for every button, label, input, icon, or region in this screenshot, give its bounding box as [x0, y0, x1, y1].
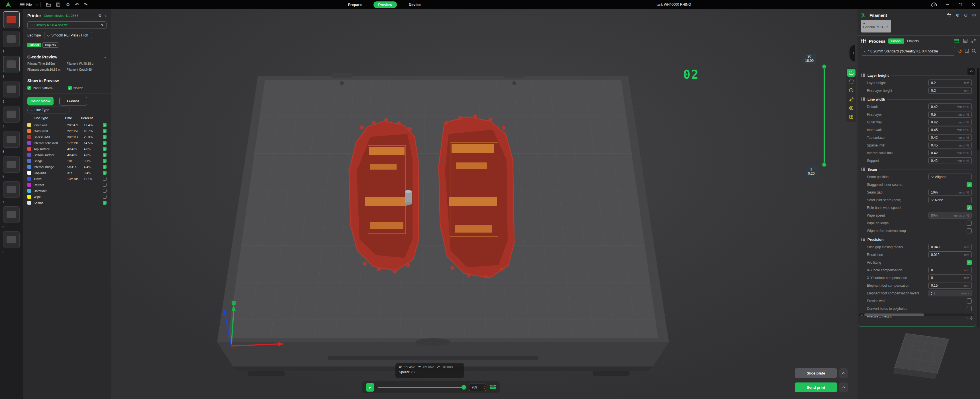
hscroll-thumb[interactable]: [864, 313, 924, 316]
precise-wall-checkbox[interactable]: [967, 298, 972, 303]
line-type-visibility-checkbox[interactable]: ✓: [103, 123, 107, 127]
move-count-value[interactable]: [471, 385, 480, 389]
gcode-view-button[interactable]: G-code: [59, 97, 87, 105]
printer-preset-select[interactable]: Creality K1 0.4 nozzle ✎: [27, 21, 107, 29]
plate-thumbnail[interactable]: [3, 131, 20, 148]
print-platform-checkbox[interactable]: ✓: [27, 86, 31, 90]
stepper-arrows[interactable]: ▴▾: [931, 291, 932, 295]
send-print-button[interactable]: Send print: [795, 383, 837, 392]
settings-horizontal-scrollbar[interactable]: ◀: [859, 313, 974, 316]
first-layer-input[interactable]: 0.5mm or %: [928, 111, 972, 118]
move-slider[interactable]: [378, 387, 466, 388]
line-type-visibility-checkbox[interactable]: [103, 177, 107, 181]
slice-plate-button[interactable]: Slice plate: [795, 368, 837, 378]
internal-solid-infill-input[interactable]: 0.42mm or %: [928, 150, 972, 156]
support-input[interactable]: 0.42mm or %: [928, 157, 972, 164]
process-tab-objects[interactable]: Objects: [907, 39, 919, 43]
compare-presets-icon[interactable]: [972, 39, 976, 44]
line-type-visibility-checkbox[interactable]: ✓: [103, 141, 107, 145]
printer-settings-gear-icon[interactable]: ⚙: [98, 13, 102, 18]
vscroll-thumb[interactable]: [977, 68, 980, 150]
line-type-visibility-checkbox[interactable]: ✓: [103, 201, 107, 204]
tab-preview[interactable]: Preview: [374, 2, 396, 8]
elephant-foot-compensation-layers-stepper[interactable]: ▴▾1layers: [928, 290, 972, 297]
play-button[interactable]: ▶: [366, 383, 374, 392]
plate-thumbnail[interactable]: [3, 181, 20, 198]
file-menu[interactable]: File: [20, 3, 32, 6]
x-y-contour-compensation-input[interactable]: 0mm: [928, 275, 972, 281]
bed-type-select[interactable]: Smooth PEI Plate / High T: [44, 32, 92, 39]
seam-gap-input[interactable]: 10%mm or %: [928, 189, 972, 196]
line-type-visibility-checkbox[interactable]: [103, 189, 107, 193]
inner-wall-input[interactable]: 0.45mm or %: [928, 126, 972, 133]
process-tab-global[interactable]: Global: [888, 38, 904, 44]
elephant-foot-compensation-input[interactable]: 0.15mm: [928, 282, 972, 289]
maximize-button[interactable]: [954, 0, 967, 9]
plate-list-item[interactable]: 4: [3, 106, 20, 128]
edit-printer-icon[interactable]: ✎: [98, 23, 104, 27]
resolution-input[interactable]: 0.012mm: [928, 251, 972, 258]
plate-list-item[interactable]: 3: [3, 81, 20, 103]
line-type-visibility-checkbox[interactable]: ✓: [103, 153, 107, 157]
file-chevron-down-icon[interactable]: [36, 0, 38, 9]
layer-slider-track[interactable]: [824, 66, 825, 164]
top-surface-input[interactable]: 0.42mm or %: [928, 134, 972, 141]
move-count-input[interactable]: ▴▾: [469, 384, 486, 391]
move-slider-handle[interactable]: [461, 385, 466, 389]
layer-height-section-header[interactable]: Layer height: [861, 73, 972, 78]
plate-thumbnail[interactable]: [3, 31, 20, 47]
minimize-button[interactable]: [941, 0, 954, 9]
support-tool[interactable]: [847, 95, 856, 103]
settings-scroll-down-icon[interactable]: [970, 316, 972, 321]
wipe-before-external-loop-checkbox[interactable]: [967, 228, 972, 233]
layer-slider-bottom-handle[interactable]: [822, 163, 826, 167]
advanced-list-icon[interactable]: [963, 39, 967, 44]
x-y-hole-compensation-input[interactable]: 0mm: [928, 267, 972, 273]
default-input[interactable]: 0.42mm or %: [928, 104, 972, 110]
move-count-spinner[interactable]: ▴▾: [484, 385, 485, 389]
process-preset-select[interactable]: * 0.20mm Standard @Creality K1 0.4 nozzl…: [861, 47, 955, 56]
speed-tool[interactable]: [847, 86, 856, 94]
open-folder-icon[interactable]: [44, 0, 53, 9]
precision-section-header[interactable]: Precision: [861, 237, 972, 242]
send-options-button[interactable]: [839, 383, 848, 392]
seam-position-select[interactable]: Aligned: [928, 174, 972, 180]
settings-gear-icon[interactable]: ⚙: [63, 0, 73, 9]
loop-toggle-icon[interactable]: [490, 384, 496, 391]
hscroll-left-cap[interactable]: ◀: [859, 313, 864, 316]
process-params-icon[interactable]: [955, 39, 959, 44]
scarf-joint-seam-beta-select[interactable]: None: [928, 197, 972, 203]
save-preset-icon[interactable]: [965, 49, 969, 54]
scope-tab-objects[interactable]: Objects: [43, 43, 59, 48]
scope-tab-global[interactable]: Global: [27, 43, 41, 47]
plate-list-item[interactable]: 7: [3, 181, 20, 203]
plate-thumbnail[interactable]: [3, 56, 20, 72]
filament-slot-chip[interactable]: 1 Generic PETG: [861, 20, 891, 32]
line-type-visibility-checkbox[interactable]: ✓: [103, 171, 107, 175]
tab-prepare[interactable]: Prepare: [343, 2, 366, 8]
plate-thumbnail[interactable]: [3, 206, 20, 223]
arc-fitting-checkbox[interactable]: ✓: [967, 260, 972, 265]
role-base-wipe-speed-checkbox[interactable]: ✓: [967, 205, 972, 210]
plate-list-item[interactable]: 1: [3, 31, 20, 53]
plate-list-item[interactable]: 8: [3, 206, 20, 228]
plate-list-item[interactable]: 9: [3, 231, 20, 254]
search-settings-icon[interactable]: [972, 49, 976, 54]
color-show-button[interactable]: Color Show: [27, 97, 54, 105]
plate-list-item[interactable]: 6: [3, 156, 20, 179]
save-icon[interactable]: [53, 0, 63, 9]
line-type-visibility-checkbox[interactable]: ✓: [103, 135, 107, 139]
seam-section-header[interactable]: Seam: [861, 167, 972, 172]
line-width-section-header[interactable]: Line width: [861, 97, 972, 102]
slice-options-button[interactable]: [839, 368, 848, 378]
layer-height-input[interactable]: 0.2mm: [928, 80, 972, 86]
wipe-on-loops-checkbox[interactable]: [967, 220, 972, 226]
redo-icon[interactable]: ↷: [81, 0, 90, 9]
pattern-tool[interactable]: [847, 113, 856, 121]
line-type-visibility-checkbox[interactable]: ✓: [103, 165, 107, 169]
plate-thumbnail[interactable]: [3, 156, 20, 173]
plate-list-item[interactable]: 2: [3, 56, 20, 78]
settings-vertical-scrollbar[interactable]: [977, 68, 980, 327]
right-panel-collapse-handle[interactable]: [850, 45, 855, 62]
reset-preset-icon[interactable]: ↺: [958, 48, 962, 54]
